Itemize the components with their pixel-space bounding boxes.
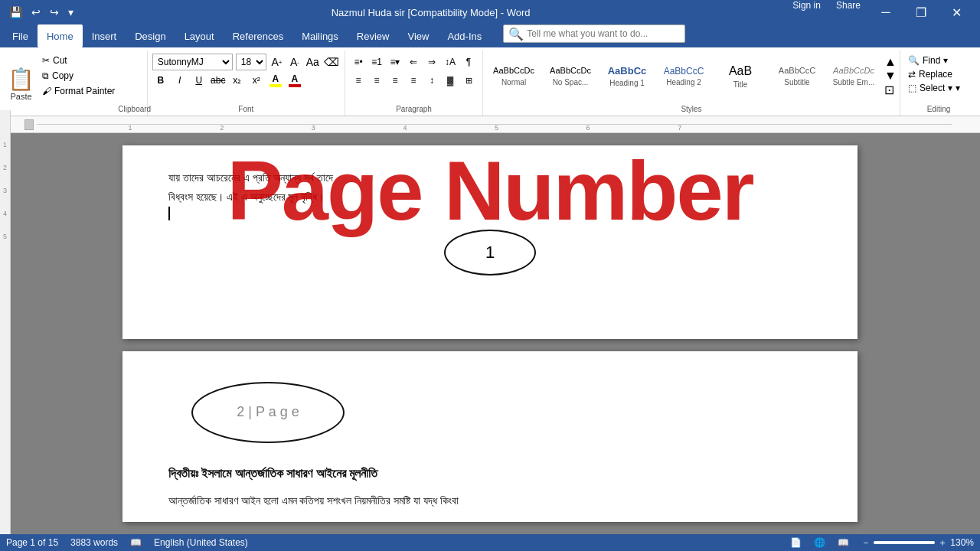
font-color-button[interactable]: A <box>286 72 303 89</box>
multilevel-list-button[interactable]: ≡▾ <box>387 54 403 70</box>
find-button[interactable]: 🔍 Find ▾ <box>905 54 972 67</box>
page1-text-line1: যায় তাদের আচরেনের এ প্রতি অন্যান্য সর্ব… <box>168 168 812 187</box>
borders-button[interactable]: ⊞ <box>460 72 477 89</box>
undo-icon[interactable]: ↩ <box>28 5 44 20</box>
menu-file[interactable]: File <box>3 24 38 47</box>
page1-number-oval: 1 <box>444 230 536 276</box>
menu-insert[interactable]: Insert <box>83 24 126 47</box>
font-grow-button[interactable]: A+ <box>270 54 284 70</box>
change-case-button[interactable]: Aa <box>305 54 320 70</box>
decrease-indent-button[interactable]: ⇐ <box>405 54 422 70</box>
menu-review[interactable]: Review <box>348 24 399 47</box>
select-dropdown-icon[interactable]: ▾ <box>956 83 960 93</box>
align-right-button[interactable]: ≡ <box>387 72 403 89</box>
redo-icon[interactable]: ↪ <box>47 5 62 20</box>
styles-scroll[interactable]: ▲ ▼ ⊡ <box>883 54 897 99</box>
styles-scroll-up[interactable]: ▲ <box>884 55 895 69</box>
sign-in-button[interactable]: Sign in <box>785 0 828 24</box>
font-size-select[interactable]: 18 <box>236 54 266 70</box>
sort-button[interactable]: ↕A <box>442 54 459 70</box>
styles-expand[interactable]: ⊡ <box>884 83 895 97</box>
restore-button[interactable]: ❐ <box>903 0 939 24</box>
format-painter-button[interactable]: 🖌 Format Painter <box>39 84 118 98</box>
customize-icon[interactable]: ▾ <box>65 5 77 20</box>
page2-text: আন্তর্জাতিক সাধারণ আইন হলো এমন কতিপয় সশ… <box>168 491 812 510</box>
margin-mark-2: 2 <box>3 164 7 171</box>
menu-design[interactable]: Design <box>126 24 175 47</box>
justify-button[interactable]: ≡ <box>405 72 422 89</box>
font-name-select[interactable]: SutonnyMJ <box>152 54 233 70</box>
menu-addins[interactable]: Add-Ins <box>438 24 491 47</box>
bold-button[interactable]: B <box>152 72 169 89</box>
style-nospacing-sample: AaBbCcDc <box>550 66 591 76</box>
menu-layout[interactable]: Layout <box>175 24 224 47</box>
shading-button[interactable]: ▓ <box>442 72 459 89</box>
increase-indent-button[interactable]: ⇒ <box>423 54 440 70</box>
language: English (United States) <box>154 537 248 548</box>
align-left-button[interactable]: ≡ <box>350 72 367 89</box>
ruler-indent-first[interactable] <box>24 119 34 130</box>
style-normal-button[interactable]: AaBbCcDc Normal <box>486 54 541 99</box>
copy-button[interactable]: ⧉ Copy <box>39 69 118 83</box>
style-subtle-em-button[interactable]: AaBbCcDc Subtle Em... <box>826 54 881 99</box>
subscript-button[interactable]: x₂ <box>229 72 246 89</box>
paragraph-group: ≡• ≡1 ≡▾ ⇐ ⇒ ↕A ¶ ≡ ≡ ≡ ≡ ↕ ▓ ⊞ Paragrap… <box>345 51 483 116</box>
clipboard-group-label: Clipboard <box>118 103 151 116</box>
window-controls[interactable]: Sign in Share ─ ❐ ✕ <box>785 0 974 24</box>
align-center-button[interactable]: ≡ <box>368 72 385 89</box>
font-shrink-button[interactable]: A- <box>287 54 302 70</box>
layout-read-icon[interactable]: 📖 <box>838 537 849 548</box>
zoom-controls[interactable]: － ＋ 130% <box>861 536 974 549</box>
page2-label: 2 | P a g e <box>237 404 299 420</box>
ruler: 1 2 3 4 5 6 7 <box>0 116 980 133</box>
menu-references[interactable]: References <box>224 24 292 47</box>
search-box[interactable]: 🔍 <box>503 24 685 43</box>
layout-web-icon[interactable]: 🌐 <box>814 537 825 548</box>
cut-label: Cut <box>53 55 67 66</box>
cut-button[interactable]: ✂ Cut <box>39 54 118 67</box>
highlight-color-button[interactable]: A <box>267 72 284 89</box>
select-button[interactable]: ⬚ Select ▾ ▾ <box>905 81 972 95</box>
paste-button[interactable]: 📋 Paste <box>6 54 36 116</box>
margin-mark-3: 3 <box>3 187 7 194</box>
minimize-button[interactable]: ─ <box>868 0 903 24</box>
underline-button[interactable]: U <box>191 72 207 89</box>
select-label: Select ▾ <box>920 83 952 93</box>
style-subtitle-button[interactable]: AaBbCcC Subtitle <box>769 54 825 99</box>
strikethrough-button[interactable]: abc <box>210 72 227 89</box>
title-bar-left[interactable]: 💾 ↩ ↪ ▾ <box>6 5 77 20</box>
document-area[interactable]: Page Number যায় তাদের আচরেনের এ প্রতি অ… <box>0 133 980 534</box>
page2-heading: দ্বিতীয়ঃ ইসলামে আন্তর্জাতিক সাধারণ আইনে… <box>168 463 812 485</box>
replace-button[interactable]: ⇄ Replace <box>905 67 972 81</box>
zoom-in-button[interactable]: ＋ <box>938 536 947 549</box>
format-painter-icon: 🖌 <box>42 86 51 96</box>
superscript-button[interactable]: x² <box>248 72 265 89</box>
proofing-icon[interactable]: 📖 <box>130 537 142 548</box>
menu-home[interactable]: Home <box>38 24 83 47</box>
menu-view[interactable]: View <box>398 24 438 47</box>
layout-print-icon[interactable]: 📄 <box>790 537 802 548</box>
find-dropdown-icon[interactable]: ▾ <box>943 55 948 66</box>
italic-button[interactable]: I <box>172 72 188 89</box>
bullets-button[interactable]: ≡• <box>350 54 367 70</box>
word-count: 3883 words <box>70 537 118 548</box>
style-no-spacing-button[interactable]: AaBbCcDc No Spac... <box>543 54 598 99</box>
style-title-button[interactable]: AaB Title <box>713 54 768 99</box>
search-input[interactable] <box>527 28 680 39</box>
zoom-out-button[interactable]: － <box>861 536 871 549</box>
share-button[interactable]: Share <box>828 0 868 24</box>
style-heading2-button[interactable]: AaBbCcC Heading 2 <box>656 54 711 99</box>
line-spacing-button[interactable]: ↕ <box>423 72 440 89</box>
page1-cursor-area[interactable] <box>168 207 812 222</box>
paste-icon: 📋 <box>8 69 34 90</box>
zoom-slider[interactable] <box>874 541 935 544</box>
style-heading1-button[interactable]: AaBbCc Heading 1 <box>599 54 655 99</box>
clear-format-button[interactable]: ⌫ <box>323 54 340 70</box>
numbering-button[interactable]: ≡1 <box>368 54 385 70</box>
styles-scroll-down[interactable]: ▼ <box>884 69 895 83</box>
menu-mailings[interactable]: Mailings <box>292 24 348 47</box>
close-button[interactable]: ✕ <box>939 0 974 24</box>
show-marks-button[interactable]: ¶ <box>460 54 477 70</box>
save-icon[interactable]: 💾 <box>6 5 25 20</box>
style-heading2-sample: AaBbCcC <box>664 66 704 77</box>
